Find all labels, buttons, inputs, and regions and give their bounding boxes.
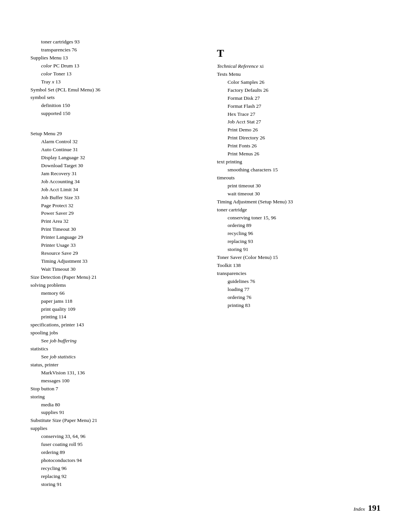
list-item: fuser coating roll 95: [30, 441, 194, 449]
list-item: Print Area 32: [30, 217, 194, 225]
list-item: spooling jobs: [30, 329, 194, 337]
list-item: memory 66: [30, 289, 194, 297]
list-item: Toner Saver (Color Menu) 15: [217, 254, 381, 262]
list-item: recycling 96: [217, 230, 381, 238]
list-item: Power Saver 29: [30, 209, 194, 217]
list-item: Size Detection (Paper Menu) 21: [30, 273, 194, 281]
list-item: photoconductors 94: [30, 457, 194, 465]
list-item: storing: [30, 393, 194, 401]
list-item: Toolkit 138: [217, 262, 381, 270]
left-column: toner cartridges 93 transparencies 76 Su…: [30, 38, 194, 489]
list-item: transparencies: [217, 270, 381, 278]
list-item: printing 83: [217, 302, 381, 310]
section-letter-t: T: [217, 47, 381, 59]
list-item: wait timeout 30: [217, 190, 381, 198]
list-item: paper jams 118: [30, 297, 194, 305]
list-item: Print Menus 26: [217, 150, 381, 158]
list-item: symbol sets: [30, 94, 194, 102]
list-item: transparencies 76: [30, 46, 194, 54]
list-item: statistics: [30, 345, 194, 353]
list-item: recycling 96: [30, 465, 194, 473]
list-item: media 80: [30, 401, 194, 409]
page: toner cartridges 93 transparencies 76 Su…: [0, 0, 411, 532]
right-column: T Technical Reference xi Tests Menu Colo…: [217, 38, 381, 489]
list-item: Print Fonts 26: [217, 142, 381, 150]
list-item: Download Target 30: [30, 162, 194, 170]
list-item: Display Language 32: [30, 154, 194, 162]
list-item: Format Flash 27: [217, 102, 381, 110]
list-item: toner cartridge: [217, 206, 381, 214]
list-item: Substitute Size (Paper Menu) 21: [30, 417, 194, 425]
list-item: print timeout 30: [217, 182, 381, 190]
list-item: conserving toner 15, 96: [217, 214, 381, 222]
list-item: solving problems: [30, 281, 194, 289]
list-item: specifications, printer 143: [30, 321, 194, 329]
list-item: Wait Timeout 30: [30, 265, 194, 273]
list-item: messages 100: [30, 377, 194, 385]
list-item: definition 150: [30, 102, 194, 110]
list-item: status, printer: [30, 361, 194, 369]
list-item: ordering 89: [217, 222, 381, 230]
list-item: Tray x 13: [30, 78, 194, 86]
list-item: replacing 92: [30, 473, 194, 481]
list-item: loading 77: [217, 286, 381, 294]
list-item: Job Accounting 34: [30, 178, 194, 186]
list-item: storing 91: [217, 246, 381, 254]
list-item: See job buffering: [30, 337, 194, 345]
s-section-entries: Setup Menu 29 Alarm Control 32 Auto Cont…: [30, 130, 194, 488]
list-item: Tests Menu: [217, 70, 381, 78]
list-item: Print Timeout 30: [30, 225, 194, 233]
list-item: Technical Reference xi: [217, 62, 381, 70]
list-item: Hex Trace 27: [217, 110, 381, 118]
list-item: Factory Defaults 26: [217, 86, 381, 94]
list-item: Format Disk 27: [217, 94, 381, 102]
list-item: timeouts: [217, 174, 381, 182]
list-item: Job Acct Limit 34: [30, 186, 194, 194]
footer-page-number: 191: [368, 503, 381, 513]
footer-label: Index: [354, 506, 365, 512]
list-item: print quality 109: [30, 305, 194, 313]
list-item: Color Samples 26: [217, 78, 381, 86]
t-section-entries: Technical Reference xi Tests Menu Color …: [217, 62, 381, 310]
list-item: supported 150: [30, 110, 194, 118]
list-item: conserving 33, 64, 96: [30, 433, 194, 441]
list-item: MarkVision 131, 136: [30, 369, 194, 377]
list-item: Setup Menu 29: [30, 130, 194, 138]
list-item: printing 114: [30, 313, 194, 321]
list-item: See job statistics: [30, 353, 194, 361]
list-item: Printer Usage 33: [30, 241, 194, 249]
list-item: Print Demo 26: [217, 126, 381, 134]
content-columns: toner cartridges 93 transparencies 76 Su…: [30, 38, 381, 489]
list-item: Auto Continue 31: [30, 146, 194, 154]
list-item: Timing Adjustment 33: [30, 257, 194, 265]
list-item: supplies: [30, 425, 194, 433]
page-footer: Index 191: [354, 503, 381, 513]
list-item: smoothing characters 15: [217, 166, 381, 174]
list-item: Printer Language 29: [30, 233, 194, 241]
list-item: text printing: [217, 158, 381, 166]
list-item: ordering 89: [30, 449, 194, 457]
right-upper-entries: toner cartridges 93 transparencies 76 Su…: [30, 38, 194, 118]
list-item: Alarm Control 32: [30, 138, 194, 146]
list-item: toner cartridges 93: [30, 38, 194, 46]
list-item: Print Directory 26: [217, 134, 381, 142]
list-item: Resource Save 29: [30, 249, 194, 257]
list-item: Job Acct Stat 27: [217, 118, 381, 126]
list-item: guidelines 76: [217, 278, 381, 286]
list-item: Job Buffer Size 33: [30, 194, 194, 202]
list-item: color Toner 13: [30, 70, 194, 78]
list-item: Stop button 7: [30, 385, 194, 393]
list-item: Symbol Set (PCL Emul Menu) 36: [30, 86, 194, 94]
list-item: Timing Adjustment (Setup Menu) 33: [217, 198, 381, 206]
list-item: Supplies Menu 13: [30, 54, 194, 62]
list-item: Jam Recovery 31: [30, 170, 194, 178]
list-item: replacing 93: [217, 238, 381, 246]
list-item: supplies 91: [30, 409, 194, 417]
list-item: color PC Drum 13: [30, 62, 194, 70]
list-item: ordering 76: [217, 294, 381, 302]
list-item: Page Protect 32: [30, 202, 194, 210]
list-item: storing 91: [30, 481, 194, 489]
